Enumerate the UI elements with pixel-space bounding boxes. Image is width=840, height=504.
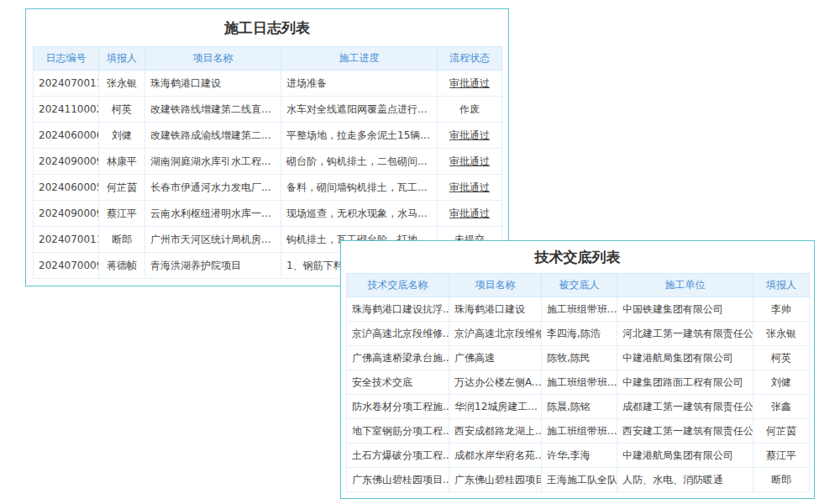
log-number-link[interactable]: 2024060005 [34, 175, 99, 201]
disclosure-col-header-receiver: 被交底人 [542, 274, 617, 297]
reporter-name: 蒋德帧 [99, 253, 145, 279]
reporter-name: 蔡江平 [753, 444, 810, 468]
disclosure-table-row[interactable]: 安全技术交底 万达办公楼左侧A... 施工班组带班... 中建集团路面工程有限公… [347, 370, 810, 395]
disclosure-col-header-name: 技术交底名称 [347, 274, 449, 297]
disclosure-table-row[interactable]: 土石方爆破分项工程... 成都水岸华府名苑... 许华,李海 中建港航局集团有限… [347, 444, 810, 468]
construction-unit-text: 西安建工第一建筑有限责任公司 [617, 419, 753, 444]
receiver-text: 施工班组带班... [542, 419, 617, 444]
reporter-name: 刘健 [753, 370, 810, 395]
log-table-row[interactable]: 2024060006 刘健 改建铁路成渝线增建第二... 平整场地，拉走多余泥土… [34, 123, 502, 149]
reporter-name: 张鑫 [753, 395, 810, 419]
progress-text: 砌台阶，钩机排土，二包砌间... [281, 149, 438, 175]
status-badge: 审批通过 [438, 175, 502, 201]
technical-disclosure-panel: 技术交底列表 技术交底名称 项目名称 被交底人 施工单位 填报人 珠海鹤港口建设… [340, 240, 815, 499]
disclosure-table-row[interactable]: 广东佛山碧桂园项目... 广东佛山碧桂园项目 王海施工队全队... 人防、水电、… [347, 468, 810, 492]
technical-disclosure-table: 技术交底名称 项目名称 被交底人 施工单位 填报人 珠海鹤港口建设抗浮... 珠… [346, 273, 810, 492]
log-table-row[interactable]: 2024090009 蔡江平 云南水利枢纽潜明水库一... 现场巡查，无积水现象… [34, 201, 502, 227]
construction-unit-text: 中建集团路面工程有限公司 [617, 370, 753, 395]
reporter-name: 断郎 [753, 468, 810, 492]
progress-text: 现场巡查，无积水现象，水马... [281, 201, 438, 227]
disclosure-table-row[interactable]: 京沪高速北京段维修... 京沪高速北京段维修 李四海,陈浩 河北建工第一建筑有限… [347, 322, 810, 346]
project-name-link[interactable]: 改建铁路成渝线增建第二... [145, 123, 281, 149]
construction-unit-text: 中国铁建集团有限公司 [617, 297, 753, 322]
disclosure-name-link[interactable]: 防水卷材分项工程施... [347, 395, 449, 419]
reporter-name: 林康平 [99, 149, 145, 175]
log-number-link[interactable]: 2024070011 [34, 227, 99, 253]
reporter-name: 何芷茵 [753, 419, 810, 444]
disclosure-name-link[interactable]: 土石方爆破分项工程... [347, 444, 449, 468]
log-table-row[interactable]: 2024110002 柯英 改建铁路线增建第二线直... 水车对全线遮阳网覆盖点… [34, 97, 502, 123]
reporter-name: 刘健 [99, 123, 145, 149]
log-col-header-reporter: 填报人 [99, 47, 145, 71]
disclosure-table-header-row: 技术交底名称 项目名称 被交底人 施工单位 填报人 [347, 274, 810, 297]
project-name-link[interactable]: 长春市伊通河水力发电厂... [145, 175, 281, 201]
disclosure-table-row[interactable]: 广佛高速桥梁承台施... 广佛高速 陈牧,陈民 中建港航局集团有限公司 柯英 [347, 346, 810, 370]
log-table-row[interactable]: 2024070011 张永银 珠海鹤港口建设 进场准备 审批通过 [34, 71, 502, 97]
project-name-link[interactable]: 万达办公楼左侧A... [449, 370, 542, 395]
receiver-text: 许华,李海 [542, 444, 617, 468]
receiver-text: 施工班组带班... [542, 370, 617, 395]
status-badge: 作废 [438, 97, 502, 123]
log-table-row[interactable]: 2024090009 林康平 湖南洞庭湖水库引水工程... 砌台阶，钩机排土，二… [34, 149, 502, 175]
project-name-link[interactable]: 云南水利枢纽潜明水库一... [145, 201, 281, 227]
disclosure-name-link[interactable]: 广东佛山碧桂园项目... [347, 468, 449, 492]
log-col-header-progress: 施工进度 [281, 47, 438, 71]
log-number-link[interactable]: 2024070009 [34, 253, 99, 279]
log-number-link[interactable]: 2024070011 [34, 71, 99, 97]
project-name-link[interactable]: 成都水岸华府名苑... [449, 444, 542, 468]
project-name-link[interactable]: 广东佛山碧桂园项目 [449, 468, 542, 492]
log-number-link[interactable]: 2024060006 [34, 123, 99, 149]
log-number-link[interactable]: 2024110002 [34, 97, 99, 123]
project-name-link[interactable]: 改建铁路线增建第二线直... [145, 97, 281, 123]
disclosure-name-link[interactable]: 地下室钢筋分项工程... [347, 419, 449, 444]
disclosure-table-row[interactable]: 防水卷材分项工程施... 华润12城房建工... 陈晨,陈铭 成都建工第一建筑有… [347, 395, 810, 419]
disclosure-col-header-unit: 施工单位 [617, 274, 753, 297]
receiver-text: 李四海,陈浩 [542, 322, 617, 346]
disclosure-col-header-project: 项目名称 [449, 274, 542, 297]
reporter-name: 何芷茵 [99, 175, 145, 201]
log-col-header-project: 项目名称 [145, 47, 281, 71]
log-number-link[interactable]: 2024090009 [34, 201, 99, 227]
receiver-text: 陈晨,陈铭 [542, 395, 617, 419]
project-name-link[interactable]: 湖南洞庭湖水库引水工程... [145, 149, 281, 175]
reporter-name: 张永银 [99, 71, 145, 97]
reporter-name: 李帅 [753, 297, 810, 322]
receiver-text: 陈牧,陈民 [542, 346, 617, 370]
construction-unit-text: 中建港航局集团有限公司 [617, 346, 753, 370]
construction-log-title: 施工日志列表 [33, 9, 501, 46]
status-badge: 审批通过 [438, 71, 502, 97]
disclosure-name-link[interactable]: 广佛高速桥梁承台施... [347, 346, 449, 370]
construction-unit-text: 成都建工第一建筑有限责任公司 [617, 395, 753, 419]
reporter-name: 柯英 [753, 346, 810, 370]
disclosure-name-link[interactable]: 京沪高速北京段维修... [347, 322, 449, 346]
log-table-header-row: 日志编号 填报人 项目名称 施工进度 流程状态 [34, 47, 502, 71]
reporter-name: 蔡江平 [99, 201, 145, 227]
technical-disclosure-title: 技术交底列表 [346, 241, 809, 273]
project-name-link[interactable]: 珠海鹤港口建设 [449, 297, 542, 322]
project-name-link[interactable]: 广州市天河区统计局机房... [145, 227, 281, 253]
disclosure-name-link[interactable]: 安全技术交底 [347, 370, 449, 395]
construction-unit-text: 河北建工第一建筑有限责任公司 [617, 322, 753, 346]
progress-text: 进场准备 [281, 71, 438, 97]
construction-unit-text: 人防、水电、消防暖通 [617, 468, 753, 492]
log-col-header-status: 流程状态 [438, 47, 502, 71]
log-table-row[interactable]: 2024060005 何芷茵 长春市伊通河水力发电厂... 备料，砌间墙钩机排土… [34, 175, 502, 201]
status-badge: 审批通过 [438, 201, 502, 227]
receiver-text: 王海施工队全队... [542, 468, 617, 492]
reporter-name: 断郎 [99, 227, 145, 253]
status-badge: 审批通过 [438, 123, 502, 149]
progress-text: 水车对全线遮阳网覆盖点进行... [281, 97, 438, 123]
project-name-link[interactable]: 青海洪湖养护院项目 [145, 253, 281, 279]
reporter-name: 柯英 [99, 97, 145, 123]
progress-text: 备料，砌间墙钩机排土，瓦工... [281, 175, 438, 201]
project-name-link[interactable]: 京沪高速北京段维修 [449, 322, 542, 346]
project-name-link[interactable]: 广佛高速 [449, 346, 542, 370]
disclosure-name-link[interactable]: 珠海鹤港口建设抗浮... [347, 297, 449, 322]
project-name-link[interactable]: 珠海鹤港口建设 [145, 71, 281, 97]
disclosure-table-row[interactable]: 地下室钢筋分项工程... 西安成都路龙湖上... 施工班组带班... 西安建工第… [347, 419, 810, 444]
project-name-link[interactable]: 华润12城房建工... [449, 395, 542, 419]
log-number-link[interactable]: 2024090009 [34, 149, 99, 175]
progress-text: 平整场地，拉走多余泥土15辆... [281, 123, 438, 149]
disclosure-table-row[interactable]: 珠海鹤港口建设抗浮... 珠海鹤港口建设 施工班组带班... 中国铁建集团有限公… [347, 297, 810, 322]
project-name-link[interactable]: 西安成都路龙湖上... [449, 419, 542, 444]
